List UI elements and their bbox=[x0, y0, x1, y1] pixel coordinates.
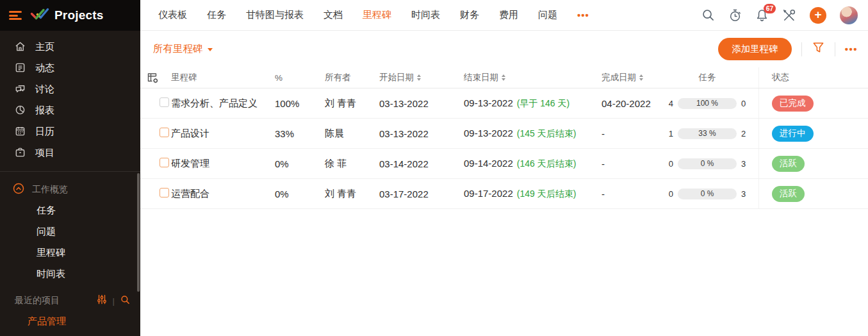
filter-icon[interactable] bbox=[812, 41, 825, 57]
milestone-percent: 0% bbox=[275, 158, 325, 169]
sidebar-item-projects[interactable]: 项目 bbox=[0, 142, 140, 164]
end-date: 09-17-2022(149 天后结束) bbox=[464, 188, 598, 200]
sort-icon bbox=[417, 74, 421, 81]
tasks-cell: 4 100 % 0 bbox=[656, 98, 758, 109]
start-date: 03-17-2022 bbox=[379, 189, 464, 199]
milestone-name[interactable]: 运营配合 bbox=[171, 188, 275, 200]
sidebar-item-home[interactable]: 主页 bbox=[0, 37, 140, 58]
timer-icon[interactable] bbox=[728, 8, 742, 22]
toolbar-divider bbox=[801, 42, 802, 56]
sidebar-work-item[interactable]: 问题 bbox=[0, 221, 140, 242]
search-icon[interactable] bbox=[701, 8, 715, 22]
start-date: 03-13-2022 bbox=[379, 128, 464, 139]
table-row[interactable]: 运营配合 0% 刘 青青 03-17-2022 09-17-2022(149 天… bbox=[140, 179, 868, 209]
tools-icon[interactable] bbox=[782, 8, 796, 22]
recent-projects-list: 产品管理 bbox=[0, 310, 140, 332]
project-search-icon[interactable] bbox=[120, 295, 130, 307]
recent-projects-header: 最近的项目 | bbox=[0, 291, 140, 310]
header-tasks: 任务 bbox=[656, 72, 758, 83]
topnav-tab[interactable]: 里程碑 bbox=[363, 9, 391, 21]
row-checkbox[interactable] bbox=[160, 188, 169, 197]
sidebar-item-label: 动态 bbox=[35, 62, 54, 74]
header-completion-date[interactable]: 完成日期 bbox=[598, 72, 656, 83]
sidebar-scrollbar[interactable] bbox=[137, 173, 140, 292]
milestone-name[interactable]: 研发管理 bbox=[171, 158, 275, 170]
notification-count-badge: 67 bbox=[764, 4, 776, 13]
sidebar-item-label: 报表 bbox=[35, 105, 54, 117]
topnav-tab[interactable]: 仪表板 bbox=[158, 9, 187, 21]
sidebar-item-label: 讨论 bbox=[35, 83, 54, 96]
progress-bar: 100 % bbox=[678, 98, 737, 109]
add-milestone-button[interactable]: 添加里程碑 bbox=[718, 38, 792, 60]
topbar-brand-area: Projects bbox=[0, 0, 140, 31]
milestone-percent: 100% bbox=[275, 98, 325, 109]
end-date: 09-14-2022(146 天后结束) bbox=[464, 158, 598, 170]
sort-icon bbox=[502, 74, 505, 81]
topnav-tab[interactable]: 甘特图与报表 bbox=[246, 9, 304, 21]
table-row[interactable]: 研发管理 0% 徐 菲 03-14-2022 09-14-2022(146 天后… bbox=[140, 149, 868, 179]
milestone-percent: 0% bbox=[275, 189, 325, 199]
closed-tasks-count: 0 bbox=[741, 99, 746, 108]
table-header: 里程碑 % 所有者 开始日期 结束日期 完成日期 任务 状态 bbox=[140, 67, 868, 88]
topnav-tab[interactable]: 文档 bbox=[323, 9, 343, 21]
hamburger-menu-icon[interactable] bbox=[9, 11, 22, 20]
milestone-percent: 33% bbox=[275, 128, 325, 139]
topnav-tab[interactable]: 费用 bbox=[499, 9, 518, 21]
header-start-date[interactable]: 开始日期 bbox=[379, 72, 464, 83]
app-window: Projects 仪表板任务甘特图与报表文档里程碑时间表财务费用问题••• bbox=[0, 0, 868, 336]
column-settings-icon[interactable] bbox=[140, 72, 171, 84]
collapse-chevron-up-icon bbox=[13, 183, 24, 196]
sidebar-work-item[interactable]: 里程碑 bbox=[0, 242, 140, 264]
home-icon bbox=[15, 41, 26, 54]
topbar-main: 仪表板任务甘特图与报表文档里程碑时间表财务费用问题••• bbox=[140, 0, 868, 31]
sidebar-section-work-overview[interactable]: 工作概览 bbox=[0, 179, 140, 200]
row-checkbox[interactable] bbox=[160, 97, 169, 107]
header-end-date[interactable]: 结束日期 bbox=[464, 72, 598, 83]
sort-icon bbox=[639, 74, 643, 81]
toolbar-more-button[interactable]: ••• bbox=[845, 44, 858, 55]
milestone-toolbar: 所有里程碑 添加里程碑 ••• bbox=[140, 31, 868, 67]
topnav-tab[interactable]: 时间表 bbox=[411, 9, 440, 21]
status-badge[interactable]: 活跃 bbox=[772, 186, 805, 202]
recent-projects-label: 最近的项目 bbox=[15, 295, 60, 307]
topnav-tab[interactable]: 财务 bbox=[460, 9, 479, 21]
start-date: 03-13-2022 bbox=[379, 98, 464, 109]
progress-bar: 33 % bbox=[678, 128, 737, 139]
open-tasks-count: 0 bbox=[669, 189, 673, 199]
tasks-cell: 0 0 % 3 bbox=[656, 158, 758, 169]
user-avatar[interactable] bbox=[840, 6, 858, 24]
sidebar-item-feed[interactable]: 动态 bbox=[0, 58, 140, 79]
topnav-tab[interactable]: 任务 bbox=[207, 9, 226, 21]
table-row[interactable]: 需求分析、产品定义 100% 刘 青青 03-13-2022 09-13-202… bbox=[140, 88, 868, 119]
toolbar-divider bbox=[835, 42, 835, 56]
double-check-logo-icon bbox=[30, 6, 49, 24]
status-badge[interactable]: 已完成 bbox=[772, 96, 814, 112]
row-checkbox[interactable] bbox=[160, 128, 169, 137]
sidebar-work-item[interactable]: 时间表 bbox=[0, 264, 140, 285]
project-filter-sliders-icon[interactable] bbox=[97, 294, 107, 307]
row-checkbox[interactable] bbox=[160, 158, 169, 167]
milestone-name[interactable]: 产品设计 bbox=[171, 128, 275, 140]
notifications-bell-icon[interactable]: 67 bbox=[755, 8, 769, 22]
recent-project-item[interactable]: 产品管理 bbox=[0, 310, 140, 332]
tasks-cell: 1 33 % 2 bbox=[656, 128, 758, 139]
sidebar-item-calendar[interactable]: 日历 bbox=[0, 121, 140, 142]
view-selector-dropdown[interactable]: 所有里程碑 bbox=[153, 42, 213, 56]
brand-logo[interactable]: Projects bbox=[30, 6, 104, 24]
topnav-more-button[interactable]: ••• bbox=[577, 10, 589, 21]
header-milestone: 里程碑 bbox=[171, 72, 275, 83]
status-badge[interactable]: 活跃 bbox=[772, 156, 805, 172]
sidebar-item-label: 日历 bbox=[35, 126, 54, 138]
sidebar-item-discussions[interactable]: 讨论 bbox=[0, 79, 140, 100]
open-tasks-count: 0 bbox=[669, 159, 673, 169]
topnav-tab[interactable]: 问题 bbox=[538, 9, 557, 21]
end-date-note: (早于 146 天) bbox=[517, 98, 569, 108]
sidebar-item-reports[interactable]: 报表 bbox=[0, 100, 140, 121]
header-percent: % bbox=[275, 73, 325, 83]
sidebar-work-item[interactable]: 任务 bbox=[0, 200, 140, 221]
milestone-name[interactable]: 需求分析、产品定义 bbox=[171, 97, 275, 110]
table-row[interactable]: 产品设计 33% 陈晨 03-13-2022 09-13-2022(145 天后… bbox=[140, 119, 868, 149]
status-badge[interactable]: 进行中 bbox=[772, 126, 814, 142]
sidebar: 主页 动态 讨论 报表 bbox=[0, 31, 140, 336]
add-new-button[interactable]: + bbox=[810, 7, 826, 24]
